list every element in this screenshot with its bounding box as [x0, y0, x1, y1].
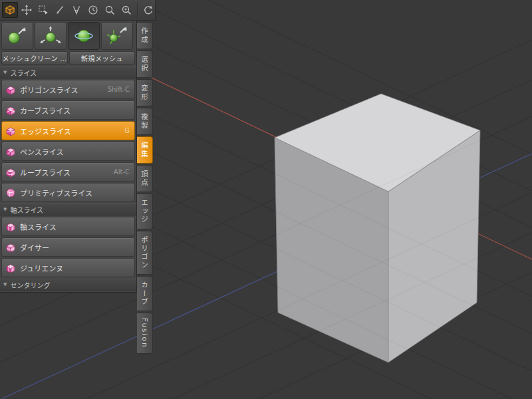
dicer-icon — [5, 242, 16, 253]
tool-item-loop-slice[interactable]: ループスライス Alt-C — [1, 162, 135, 182]
tab-edge[interactable]: エッジ — [137, 194, 153, 229]
tool-palette — [1, 22, 135, 50]
shortcut-label: G — [124, 127, 130, 134]
angle-tool-icon[interactable] — [68, 2, 84, 18]
loop-slice-icon — [5, 167, 16, 178]
mesh-cleanup-button[interactable]: メッシュクリーン ... — [1, 51, 68, 65]
tool-item-label: ループスライス — [20, 167, 70, 178]
julienne-icon — [5, 263, 16, 273]
tab-polygon[interactable]: ポリゴン — [137, 231, 153, 275]
shortcut-label: Alt-C — [114, 168, 130, 176]
collapse-triangle-icon: ▼ — [3, 70, 7, 75]
clock-icon[interactable] — [85, 2, 101, 18]
tool-item-label: 軸スライス — [20, 221, 57, 232]
tab-curve[interactable]: カーブ — [137, 276, 153, 312]
tool-item-dicer[interactable]: ダイサー — [1, 237, 135, 257]
item-mode-cube-icon[interactable] — [2, 2, 18, 18]
tab-duplicate[interactable]: 複製 — [137, 108, 153, 135]
tab-deform[interactable]: 変形 — [137, 79, 153, 106]
polygon-slice-icon — [5, 84, 16, 95]
tool-item-label: ペンスライス — [20, 146, 63, 157]
tool-panel: メッシュクリーン ... 新規メッシュ ▼ スライス ポリゴンスライス Shif… — [0, 21, 137, 293]
section-title: センタリング — [10, 280, 50, 290]
tool-item-label: ポリゴンスライス — [20, 84, 78, 95]
move-falloff-tool-icon[interactable] — [1, 22, 33, 50]
tool-item-primitive-slice[interactable]: プリミティブスライス — [1, 183, 135, 202]
tool-item-edge-slice[interactable]: エッジスライス G — [1, 121, 135, 140]
new-mesh-button[interactable]: 新規メッシュ — [69, 51, 136, 65]
shortcut-label: Shift-C — [108, 86, 130, 93]
tab-create[interactable]: 作成 — [137, 22, 153, 49]
tool-item-polygon-slice[interactable]: ポリゴンスライス Shift-C — [1, 80, 135, 99]
tool-item-label: ジュリエンヌ — [20, 263, 63, 273]
tab-edit[interactable]: 編集 — [137, 136, 153, 164]
edge-slice-icon — [5, 126, 16, 136]
section-header-axis-slice[interactable]: ▼ 軸スライス — [0, 203, 136, 215]
primitive-slice-icon — [5, 188, 16, 198]
axis-slice-icon — [5, 221, 16, 232]
tab-vertex[interactable]: 頂点 — [137, 165, 153, 192]
tool-item-label: カーブスライス — [20, 105, 70, 116]
pen-tool-icon[interactable] — [52, 2, 68, 18]
mode-tab-strip: 作成 選択 変形 複製 編集 頂点 エッジ ポリゴン カーブ Fusion — [137, 22, 156, 354]
tool-item-pen-slice[interactable]: ペンスライス — [1, 142, 135, 161]
tool-item-julienne[interactable]: ジュリエンヌ — [1, 258, 135, 277]
tool-item-curve-slice[interactable]: カーブスライス — [1, 100, 135, 120]
tool-item-label: プリミティブスライス — [20, 188, 92, 198]
sphere-falloff-tool-icon[interactable] — [68, 22, 100, 50]
modeling-app-window: メッシュクリーン ... 新規メッシュ ▼ スライス ポリゴンスライス Shif… — [0, 0, 532, 399]
sync-icon[interactable] — [140, 2, 156, 18]
section-title: 軸スライス — [10, 205, 43, 215]
pen-slice-icon — [5, 146, 16, 157]
tool-item-label: エッジスライス — [20, 126, 71, 136]
tab-fusion[interactable]: Fusion — [137, 313, 153, 354]
magnifier-icon[interactable] — [102, 2, 118, 18]
push-tool-icon[interactable] — [101, 22, 133, 50]
select-tool-icon[interactable] — [35, 2, 51, 18]
toolbar-separator — [137, 3, 138, 17]
section-header-slice[interactable]: ▼ スライス — [0, 66, 136, 78]
collapse-triangle-icon: ▼ — [3, 207, 7, 212]
section-title: スライス — [10, 68, 37, 78]
zoom-region-icon[interactable] — [118, 2, 134, 18]
tool-item-label: ダイサー — [20, 242, 49, 253]
collapse-triangle-icon: ▼ — [3, 282, 7, 287]
tool-item-axis-slice[interactable]: 軸スライス — [1, 217, 135, 236]
top-toolbar — [0, 0, 156, 21]
tab-select[interactable]: 選択 — [137, 51, 153, 78]
curve-slice-icon — [5, 105, 16, 116]
mesh-buttons: メッシュクリーン ... 新規メッシュ — [1, 51, 135, 65]
axis-drag-tool-icon[interactable] — [35, 22, 66, 50]
section-header-centering[interactable]: ▼ センタリング — [0, 279, 136, 291]
move-tool-icon[interactable] — [19, 2, 35, 18]
